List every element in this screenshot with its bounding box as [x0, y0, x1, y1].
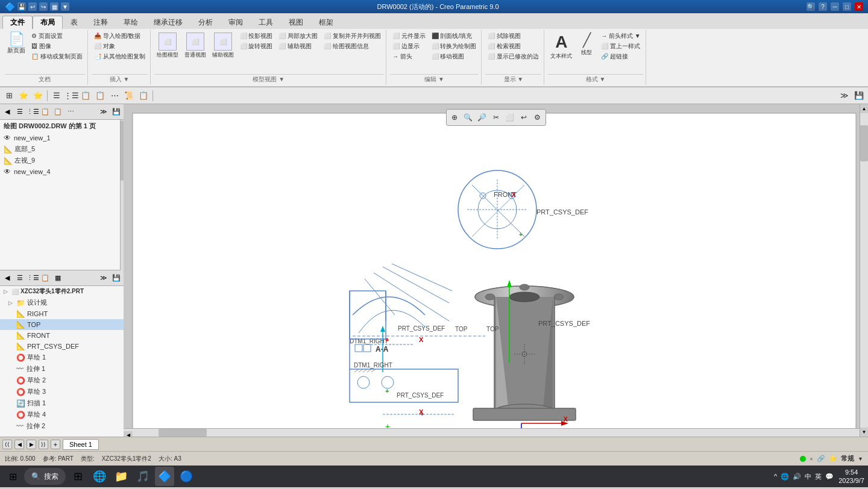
erase-view-button[interactable]: ⬜ 拭除视图: [485, 31, 541, 41]
panel-collapse[interactable]: ◀: [1, 106, 13, 118]
minimize-button[interactable]: ─: [831, 2, 839, 11]
toolbar-list3[interactable]: 📋: [79, 89, 92, 102]
panel-search[interactable]: 📋: [39, 106, 51, 118]
panel-settings[interactable]: ⋯: [64, 106, 77, 118]
tree-prt-header[interactable]: ▷ ⬜ XZC32零头1零件2.PRT: [0, 286, 124, 297]
show-modified-button[interactable]: ⬜ 显示已修改的边: [485, 52, 541, 61]
tree-scan1[interactable]: 🔄 扫描 1: [0, 397, 124, 409]
tree-sketch2[interactable]: ⭕ 草绘 2: [0, 375, 124, 386]
taskbar-app-creo[interactable]: 🔷: [155, 467, 174, 486]
copy-drawing-button[interactable]: 📑 从其他绘图复制: [92, 52, 148, 61]
toolbar-btn-1[interactable]: ⊞: [2, 89, 16, 102]
tree-right[interactable]: 📐 RIGHT: [0, 308, 124, 319]
hyperlink-button[interactable]: 🔗 超链接: [599, 52, 643, 61]
toolbar-save2[interactable]: 💾: [852, 89, 866, 102]
zoom-out-button[interactable]: 🔎: [476, 111, 489, 124]
tab-view[interactable]: 视图: [281, 16, 311, 29]
quick-undo[interactable]: ↩: [28, 2, 37, 11]
panel2-collapse[interactable]: ◀: [1, 272, 13, 284]
start-button[interactable]: ⊞: [4, 467, 22, 485]
scroll-thumb-v[interactable]: [860, 125, 868, 161]
sheet-nav-last[interactable]: ⟩⟩: [39, 440, 48, 449]
sheet-nav-first[interactable]: ⟨⟨: [2, 440, 12, 449]
line-type-button[interactable]: ╱ 线型: [576, 31, 597, 58]
retrieve-view-button[interactable]: ⬜ 检索视图: [485, 42, 541, 51]
tab-review[interactable]: 审阅: [221, 16, 251, 29]
zoom-undo-button[interactable]: ↩: [517, 111, 530, 124]
panel-filter[interactable]: 📋: [52, 106, 64, 118]
tree-prt-csys[interactable]: 📐 PRT_CSYS_DEF: [0, 341, 124, 352]
auxiliary-view2-button[interactable]: ⬜ 辅助视图: [276, 42, 320, 51]
tab-analysis[interactable]: 分析: [190, 16, 221, 29]
canvas-area[interactable]: ⊕ 🔍 🔎 ✂ ⬜ ↩ ⚙ + PRT_C: [124, 104, 868, 437]
arrow-button[interactable]: → 箭头: [390, 52, 428, 61]
scroll-thumb-h[interactable]: [159, 429, 207, 437]
lang-zh[interactable]: 中: [805, 472, 811, 481]
tree-front[interactable]: 📐 FRONT: [0, 330, 124, 341]
toolbar-list6[interactable]: 📜: [122, 89, 136, 102]
tree-extrude2[interactable]: 〰 拉伸 2: [0, 420, 124, 432]
panel-detail[interactable]: ⋮☰: [27, 106, 39, 118]
apply-style-button[interactable]: ⬜ 置上一样式: [599, 42, 643, 51]
toolbar-expand[interactable]: ≫: [838, 89, 851, 102]
zoom-settings-button[interactable]: ⚙: [531, 111, 544, 124]
image-button[interactable]: 🖼 图像: [29, 42, 85, 51]
canvas-scrollbar-v[interactable]: ▲ ▼: [860, 104, 868, 437]
panel2-list[interactable]: 📋: [39, 272, 51, 284]
toolbar-list5[interactable]: ⋯: [108, 89, 121, 102]
import-drawing-button[interactable]: 📥 导入绘图/数据: [92, 31, 148, 41]
quick-view[interactable]: ▦: [50, 2, 58, 11]
tray-notification[interactable]: 💬: [825, 473, 834, 481]
zoom-in-button[interactable]: 🔍: [462, 111, 475, 124]
taskbar-app-browser2[interactable]: 🔵: [177, 467, 196, 486]
text-style-button[interactable]: A 文本样式: [548, 31, 574, 61]
panel-right1[interactable]: ≫: [98, 106, 110, 118]
taskbar-clock[interactable]: 9:54 2023/9/7: [838, 468, 864, 485]
zoom-crop-button[interactable]: ✂: [489, 111, 503, 124]
tab-sketch[interactable]: 草绘: [116, 16, 146, 29]
toolbar-list2[interactable]: ⋮☰: [64, 89, 78, 102]
sheet-tab-1[interactable]: Sheet 1: [63, 439, 99, 450]
close-button[interactable]: ✕: [855, 2, 863, 11]
lang-en[interactable]: 英: [815, 472, 822, 481]
tab-annotation[interactable]: 注释: [86, 16, 116, 29]
normal-view-button[interactable]: ⬜ 普通视图: [182, 31, 209, 60]
search-icon[interactable]: 🔍: [807, 2, 815, 11]
taskbar-app-explorer[interactable]: 📁: [112, 467, 131, 486]
rotate-view-button[interactable]: ⬜ 旋转视图: [237, 42, 275, 51]
detail-view-button[interactable]: ⬜ 局部放大图: [276, 31, 320, 41]
tab-table[interactable]: 表: [63, 16, 86, 29]
tree-item-new-view-1[interactable]: 👁 new_view_1: [0, 132, 124, 143]
panel2-detail[interactable]: ⋮☰: [27, 272, 39, 284]
tab-frame[interactable]: 框架: [311, 16, 341, 29]
component-display-button[interactable]: ⬜ 元件显示: [390, 31, 428, 41]
sheet-nav-next[interactable]: ▶: [27, 440, 36, 449]
copy-parallel-button[interactable]: ⬜ 复制并开并列视图: [321, 31, 383, 41]
new-page-button[interactable]: 📄 新页面: [5, 31, 28, 56]
sheet-add-button[interactable]: +: [51, 440, 60, 449]
arrow-style-button[interactable]: → 前头样式 ▼: [599, 31, 643, 41]
panel2-save[interactable]: 💾: [110, 272, 122, 284]
toolbar-btn-2[interactable]: ⭐: [17, 89, 30, 102]
tree-extrude1[interactable]: 〰 拉伸 1: [0, 363, 124, 375]
toolbar-list7[interactable]: 📋: [137, 89, 150, 102]
sheet-nav-prev[interactable]: ◀: [14, 440, 24, 449]
panel-save-tree[interactable]: 💾: [110, 106, 122, 118]
zoom-window-button[interactable]: ⬜: [503, 111, 517, 124]
convert-button[interactable]: ⬜ 转换为绘制图: [429, 42, 479, 51]
drawing-view-info-button[interactable]: ⬜ 绘图视图信息: [321, 42, 383, 51]
panel-tree-view[interactable]: ☰: [14, 106, 26, 118]
tree-top[interactable]: 📐 TOP: [0, 319, 124, 330]
help-icon[interactable]: ?: [819, 2, 827, 11]
tree-sketch1[interactable]: ⭕ 草绘 1: [0, 352, 124, 363]
move-copy-button[interactable]: 📋 移动或复制页面: [29, 52, 85, 61]
move-view-button[interactable]: ⬜ 移动视图: [429, 52, 479, 61]
tree-design-rules[interactable]: ▷ 📁 设计规: [0, 297, 124, 308]
taskbar-app-edge[interactable]: 🌐: [90, 467, 109, 486]
panel2-grid[interactable]: ▦: [52, 272, 64, 284]
give-model-button[interactable]: ⬜ 给图模型: [154, 31, 181, 60]
projection-view-button[interactable]: ⬜ 投影视图: [237, 31, 275, 41]
taskbar-app-music[interactable]: 🎵: [133, 467, 153, 486]
tray-chevron[interactable]: ^: [774, 473, 777, 480]
zoom-fit-button[interactable]: ⊕: [448, 111, 461, 124]
